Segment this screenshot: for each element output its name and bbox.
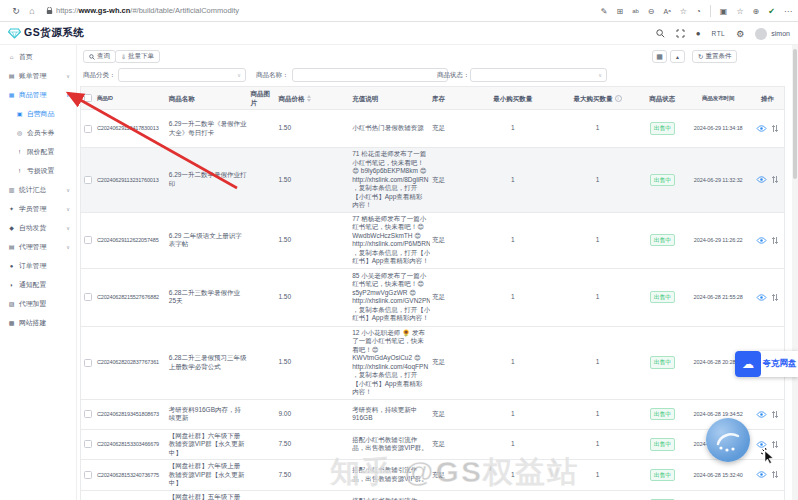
cell-name: 6.29一升二数学《暑假作业大全》每日打卡 <box>167 110 249 147</box>
row-checkbox[interactable] <box>84 440 92 448</box>
collections-icon[interactable]: ⊕ <box>753 7 760 16</box>
cell-id: C20240628153240736775 <box>95 460 167 490</box>
chat-widget-bubble[interactable] <box>706 418 750 462</box>
sidebar-item-auto-delivery[interactable]: ◆自动发货∨ <box>0 218 76 237</box>
favorites-bar-icon[interactable]: ☆ <box>736 7 743 16</box>
extension-shield-icon[interactable]: ✔ <box>768 7 775 16</box>
browser-more-icon[interactable]: ⋯ <box>784 7 792 16</box>
edit-page-icon[interactable]: ✎ <box>601 7 608 16</box>
product-id: C20240629113417830013 <box>97 124 159 133</box>
read-aloud-icon[interactable]: ab <box>632 8 639 14</box>
sort-updown-icon[interactable] <box>771 175 779 184</box>
vertical-scrollbar[interactable] <box>792 45 798 500</box>
view-eye-icon[interactable] <box>756 411 767 418</box>
row-checkbox[interactable] <box>84 293 92 301</box>
product-price: 1.50 <box>278 293 291 302</box>
sidebar-item-loss-settings[interactable]: !亏损设置 <box>0 161 76 180</box>
column-label: 最小购买数量 <box>493 94 532 103</box>
sort-updown-icon[interactable] <box>771 124 779 133</box>
website-icon: ▩ <box>7 319 16 326</box>
cell-stock: 充足 <box>430 491 470 500</box>
row-checkbox[interactable] <box>84 410 92 418</box>
search-button[interactable]: 查询 <box>83 50 116 63</box>
address-bar[interactable]: https://www.gs-wh.cn/#/build/table/Artif… <box>46 6 239 15</box>
rtl-toggle[interactable]: RTL <box>712 30 726 37</box>
refresh-icon[interactable]: ↻ <box>8 6 24 16</box>
sidebar-item-label: 限价配置 <box>27 147 54 157</box>
sort-updown-icon[interactable] <box>771 440 779 449</box>
name-input[interactable] <box>292 68 448 82</box>
price-limit-icon: ! <box>15 149 24 155</box>
sidebar-item-agent-mgmt[interactable]: ▤代理管理∨ <box>0 237 76 256</box>
avatar[interactable] <box>755 28 767 40</box>
reset-icon: ↻ <box>698 53 703 61</box>
split-screen-icon[interactable]: ▣ <box>720 7 728 16</box>
copilot-icon[interactable]: ◔ <box>696 7 701 16</box>
column-settings-button[interactable]: ▦ <box>652 50 667 63</box>
product-id: C20240628215527676882 <box>97 293 159 302</box>
scrollbar-thumb[interactable] <box>793 49 797 179</box>
column-header-price[interactable]: 商品价格 <box>276 87 350 109</box>
sort-carets-icon[interactable] <box>307 95 311 102</box>
sidebar-item-order-mgmt[interactable]: ●订单管理 <box>0 256 76 275</box>
fullscreen-icon[interactable] <box>676 29 685 38</box>
cell-time: 2024-06-29 11:34:18 <box>685 110 751 147</box>
min-purchase-qty: 1 <box>511 124 515 133</box>
category-select[interactable]: ∨ <box>118 68 246 82</box>
status-select[interactable]: ∨ <box>470 68 607 82</box>
sidebar-item-product-mgmt[interactable]: ▦商品管理∧ <box>0 85 76 104</box>
sidebar-item-notify-config[interactable]: ◗通知配置 <box>0 275 76 294</box>
settings-gear-icon[interactable]: ⚙ <box>736 29 744 39</box>
view-eye-icon[interactable] <box>756 471 767 478</box>
batch-order-button[interactable]: ⇩ 批量下单 <box>115 50 160 63</box>
select-all-checkbox[interactable] <box>84 94 92 102</box>
row-checkbox[interactable] <box>84 471 92 479</box>
row-checkbox[interactable] <box>84 359 92 367</box>
row-checkbox[interactable] <box>84 236 92 244</box>
sort-updown-icon[interactable] <box>771 293 779 302</box>
cell-checkbox <box>81 460 95 490</box>
cell-ops <box>751 269 784 326</box>
collapse-button[interactable]: ▲ <box>670 50 685 63</box>
sidebar-item-student-mgmt[interactable]: ✦学员管理∨ <box>0 199 76 218</box>
sidebar-item-home[interactable]: ⌂首页 <box>0 47 76 66</box>
cell-status: 出售中 <box>639 400 685 429</box>
cell-time: 2024-06-29 11:32:32 <box>685 148 751 212</box>
reset-conditions-button[interactable]: ↻ 重置条件 <box>692 50 737 63</box>
cell-status: 出售中 <box>639 491 685 500</box>
quark-netdisk-badge[interactable]: ☁ 夸克网盘 <box>735 351 798 377</box>
recharge-description: 考研资料，持续更新中 916GB <box>352 406 428 423</box>
header-search-icon[interactable] <box>656 29 665 38</box>
sidebar-item-agent-join[interactable]: ▨代理加盟 <box>0 294 76 313</box>
sidebar-item-member-cards[interactable]: ◎会员卡券 <box>0 123 76 142</box>
sidebar-item-bill-mgmt[interactable]: ▤账单管理∨ <box>0 66 76 85</box>
view-eye-icon[interactable] <box>756 294 767 301</box>
product-id: C20240629112622057485 <box>97 236 159 245</box>
product-id: C20240628193451808673 <box>97 410 159 419</box>
info-icon[interactable]: i <box>615 95 622 102</box>
zoom-page-icon[interactable]: ⊖ <box>648 7 655 16</box>
row-checkbox[interactable] <box>84 176 92 184</box>
view-eye-icon[interactable] <box>756 125 767 132</box>
apps-grid-icon[interactable]: ⊞ <box>616 7 623 16</box>
view-eye-icon[interactable] <box>756 237 767 244</box>
sidebar-item-price-limit[interactable]: !限价配置 <box>0 142 76 161</box>
sort-updown-icon[interactable] <box>771 470 779 479</box>
favorite-star-icon[interactable]: ☆ <box>680 7 687 16</box>
sidebar-item-site-builder[interactable]: ▩网站搭建 <box>0 313 76 332</box>
sidebar-item-stats-summary[interactable]: ▥统计汇总∨ <box>0 180 76 199</box>
cell-status: 出售中 <box>639 110 685 147</box>
view-eye-icon[interactable] <box>756 176 767 183</box>
table-row: C202406291134178300136.29一升二数学《暑假作业大全》每日… <box>81 110 784 148</box>
sort-updown-icon[interactable] <box>771 236 779 245</box>
product-price: 7.50 <box>278 471 291 480</box>
row-checkbox[interactable] <box>84 125 92 133</box>
sidebar-item-label: 订单管理 <box>19 261 46 271</box>
text-size-icon[interactable]: Aᵃ <box>664 8 671 15</box>
sort-updown-icon[interactable] <box>771 410 779 419</box>
browser-home-icon[interactable]: ⌂ <box>24 6 40 16</box>
sidebar-item-self-products[interactable]: ▣自营商品 <box>0 104 76 123</box>
view-eye-icon[interactable] <box>756 441 767 448</box>
product-name: 【网盘社群】五年级下册教辅资源VIP群【永久更新中】 <box>169 493 247 500</box>
theme-toggle-icon[interactable]: ● <box>696 29 701 38</box>
